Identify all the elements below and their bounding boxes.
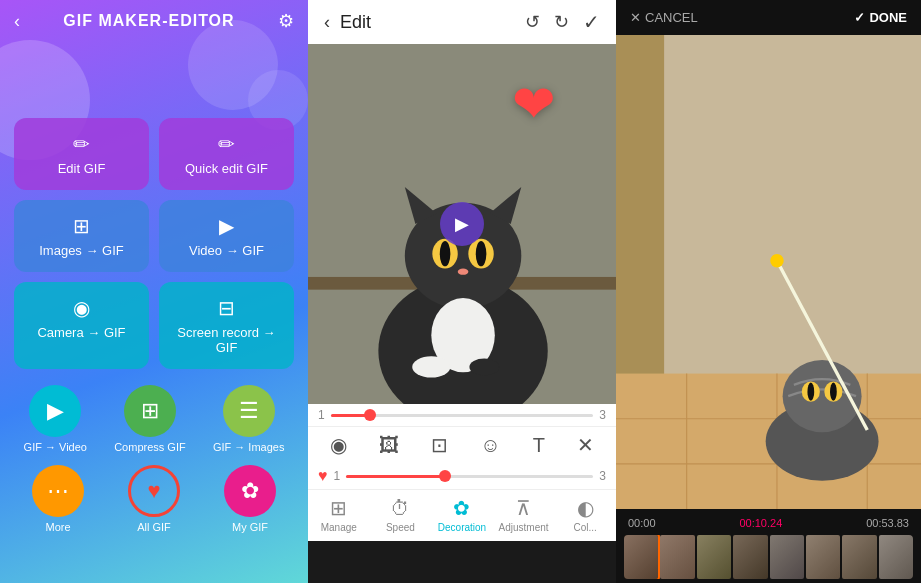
header-left: ‹ Edit <box>324 12 371 33</box>
back-button[interactable]: ‹ <box>14 11 20 32</box>
thumb-frame-4[interactable] <box>733 535 767 579</box>
gif-images-label: GIF → Images <box>213 441 285 453</box>
timeline-strip[interactable] <box>624 535 913 579</box>
edit-back-button[interactable]: ‹ <box>324 12 330 33</box>
camera-gif-button[interactable]: ◉ Camera → GIF <box>14 282 149 369</box>
video-editor-panel: ✕ CANCEL ✓ DONE <box>616 0 921 583</box>
thumb-frame-7[interactable] <box>842 535 876 579</box>
tab-decoration[interactable]: ✿ Decoration <box>437 496 487 533</box>
video-gif-button[interactable]: ▶ Video → GIF <box>159 200 294 272</box>
more-icon: ⋯ <box>32 465 84 517</box>
time-labels: 00:00 00:10.24 00:53.83 <box>624 515 913 531</box>
emoji-tool-button[interactable]: ☺ <box>480 434 500 457</box>
confirm-button[interactable]: ✓ <box>583 10 600 34</box>
decoration-label: Decoration <box>438 522 486 533</box>
svg-point-27 <box>830 383 837 401</box>
screen-record-gif-label: Screen record → GIF <box>167 325 286 355</box>
panel1-header: ‹ GIF MAKER-EDITOR ⚙ <box>0 0 308 38</box>
bottom-tabs: ⊞ Manage ⏱ Speed ✿ Decoration ⊼ Adjustme… <box>308 489 616 541</box>
slider-max: 3 <box>599 408 606 422</box>
compress-gif-button[interactable]: ⊞ Compress GIF <box>114 385 186 453</box>
thumb-frame-6[interactable] <box>806 535 840 579</box>
crop-tool-button[interactable]: ⊡ <box>431 433 448 457</box>
all-gif-label: All GIF <box>137 521 171 533</box>
frame-position-slider[interactable]: 1 3 <box>308 404 616 426</box>
camera-icon: ◉ <box>73 296 90 320</box>
edit-header-icons: ↺ ↻ ✓ <box>525 10 600 34</box>
edit-header: ‹ Edit ↺ ↻ ✓ <box>308 0 616 44</box>
edit-gif-label: Edit GIF <box>58 161 106 176</box>
frame-slider-max: 3 <box>599 469 606 483</box>
frame-slider-min: 1 <box>334 469 341 483</box>
cancel-label: CANCEL <box>645 10 698 25</box>
edit-panel: ‹ Edit ↺ ↻ ✓ <box>308 0 616 583</box>
screen-record-gif-button[interactable]: ⊟ Screen record → GIF <box>159 282 294 369</box>
done-button[interactable]: ✓ DONE <box>854 10 907 25</box>
thumb-frame-8[interactable] <box>879 535 913 579</box>
all-gif-button[interactable]: ♥ All GIF <box>128 465 180 533</box>
frame-slider-thumb[interactable] <box>439 470 451 482</box>
decoration-icon: ✿ <box>453 496 470 520</box>
cancel-button[interactable]: ✕ CANCEL <box>630 10 698 25</box>
settings-button[interactable]: ⚙ <box>278 10 294 32</box>
tab-speed[interactable]: ⏱ Speed <box>375 497 425 533</box>
redo-button[interactable]: ↻ <box>554 11 569 33</box>
gif-images-button[interactable]: ☰ GIF → Images <box>213 385 285 453</box>
quick-edit-gif-button[interactable]: ✏ Quick edit GIF <box>159 118 294 190</box>
svg-point-29 <box>770 254 784 268</box>
thumb-frame-3[interactable] <box>697 535 731 579</box>
my-gif-button[interactable]: ✿ My GIF <box>224 465 276 533</box>
slider-track[interactable] <box>331 414 594 417</box>
gif-maker-editor-panel: ‹ GIF MAKER-EDITOR ⚙ ✏ Edit GIF ✏ Quick … <box>0 0 308 583</box>
edit-title: Edit <box>340 12 371 33</box>
video-editor-header: ✕ CANCEL ✓ DONE <box>616 0 921 35</box>
color-label: Col... <box>574 522 597 533</box>
svg-point-8 <box>440 241 451 266</box>
tab-adjustment[interactable]: ⊼ Adjustment <box>499 496 549 533</box>
thumb-frame-5[interactable] <box>770 535 804 579</box>
heart-frame-slider[interactable]: ♥ 1 3 <box>308 463 616 489</box>
gif-images-icon: ☰ <box>223 385 275 437</box>
images-icon: ⊞ <box>73 214 90 238</box>
cancel-x-icon: ✕ <box>630 10 641 25</box>
color-icon: ◐ <box>577 496 594 520</box>
main-grid: ✏ Edit GIF ✏ Quick edit GIF ⊞ Images → G… <box>0 108 308 375</box>
edit-tools-row: ◉ 🖼 ⊡ ☺ T ✕ <box>308 426 616 463</box>
image-tool-button[interactable]: 🖼 <box>379 434 399 457</box>
panel1-title: GIF MAKER-EDITOR <box>63 12 234 30</box>
edit-canvas: ❤ ▶ <box>308 44 616 404</box>
scene-svg <box>616 35 921 509</box>
images-gif-button[interactable]: ⊞ Images → GIF <box>14 200 149 272</box>
time-end: 00:53.83 <box>866 517 909 529</box>
gif-video-button[interactable]: ▶ GIF → Video <box>24 385 87 453</box>
close-tool-button[interactable]: ✕ <box>577 433 594 457</box>
camera-tool-button[interactable]: ◉ <box>330 433 347 457</box>
heart-icon: ♥ <box>318 467 328 485</box>
cat-image: ❤ ▶ <box>308 44 616 404</box>
tab-manage[interactable]: ⊞ Manage <box>314 496 364 533</box>
slider-thumb[interactable] <box>364 409 376 421</box>
done-label: DONE <box>869 10 907 25</box>
thumb-frame-2[interactable] <box>660 535 694 579</box>
video-gif-label: Video → GIF <box>189 243 264 258</box>
svg-point-12 <box>412 356 450 377</box>
frame-slider-track[interactable] <box>346 475 593 478</box>
adjustment-icon: ⊼ <box>516 496 531 520</box>
undo-button[interactable]: ↺ <box>525 11 540 33</box>
text-tool-button[interactable]: T <box>533 434 545 457</box>
play-button[interactable]: ▶ <box>440 202 484 246</box>
manage-icon: ⊞ <box>330 496 347 520</box>
tab-color[interactable]: ◐ Col... <box>560 496 610 533</box>
heart-sticker: ❤ <box>512 74 556 134</box>
edit-gif-button[interactable]: ✏ Edit GIF <box>14 118 149 190</box>
svg-point-10 <box>458 268 469 274</box>
done-check-icon: ✓ <box>854 10 865 25</box>
thumb-frame-1[interactable] <box>624 535 658 579</box>
all-gif-icon: ♥ <box>128 465 180 517</box>
camera-gif-label: Camera → GIF <box>37 325 125 340</box>
more-button[interactable]: ⋯ More <box>32 465 84 533</box>
circle-row-1: ▶ GIF → Video ⊞ Compress GIF ☰ GIF → Ima… <box>0 375 308 457</box>
video-scene <box>616 35 921 509</box>
circle-row-2: ⋯ More ♥ All GIF ✿ My GIF <box>0 457 308 537</box>
my-gif-label: My GIF <box>232 521 268 533</box>
